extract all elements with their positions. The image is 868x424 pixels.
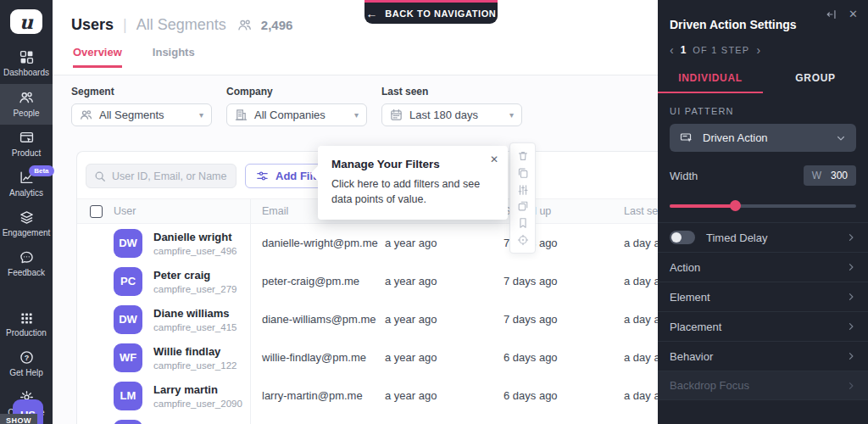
sidebar-item-people[interactable]: People: [0, 84, 53, 125]
search-box: [86, 164, 236, 188]
user-email: willie-findlay@pm.me: [251, 351, 385, 364]
tooltip-close-icon[interactable]: ✕: [490, 153, 498, 165]
bookmark-icon[interactable]: [517, 217, 529, 229]
avatar: MC: [114, 420, 142, 424]
trash-icon[interactable]: [517, 150, 529, 162]
people-count-icon: [237, 18, 252, 32]
sidebar-item-product[interactable]: Product: [0, 125, 53, 165]
setting-row-element[interactable]: Element: [658, 282, 868, 311]
company-dropdown[interactable]: All Companies ▾: [226, 103, 367, 126]
element-toolbar: [509, 142, 536, 254]
tab-overview[interactable]: Overview: [73, 46, 122, 68]
setting-row-behavior[interactable]: Behavior: [658, 341, 868, 371]
ui-pattern-dropdown[interactable]: Driven Action: [670, 124, 856, 152]
title-row: Users | All Segments 2,496: [53, 0, 658, 34]
sidebar-item-feedback[interactable]: Feedback: [0, 244, 53, 284]
tab-group[interactable]: GROUP: [763, 65, 868, 93]
sidebar-item-production[interactable]: Production: [0, 306, 53, 344]
setting-row-timed-delay[interactable]: Timed Delay: [658, 222, 868, 252]
table-row[interactable]: MCMartha cunningham: [77, 415, 658, 424]
filter-company: Company All Companies ▾: [226, 86, 367, 126]
column-header-last-seen: Last seen: [624, 205, 658, 217]
tab-individual[interactable]: INDIVIDUAL: [658, 65, 763, 93]
panel-header-icons: ✕: [826, 8, 858, 20]
sidebar-item-label: Feedback: [8, 268, 45, 277]
avatar: DW: [114, 229, 142, 258]
signed-up: 7 days ago: [504, 275, 624, 287]
search-input[interactable]: [112, 170, 231, 182]
timed-delay-toggle[interactable]: [670, 231, 695, 244]
table-row[interactable]: DWDiane williamscampfire_user_415 diane-…: [77, 300, 658, 338]
filter-segment: Segment All Segments ▾: [71, 86, 212, 126]
analytics-icon: Beta: [19, 170, 34, 185]
filters-tooltip: ✕ Manage Your Filters Click here to add …: [318, 146, 508, 220]
step-next-icon[interactable]: ›: [756, 44, 760, 56]
sidebar-item-get-help[interactable]: ? Get Help: [0, 344, 53, 384]
last-seen: a day ago: [624, 351, 658, 364]
select-all-checkbox[interactable]: [90, 205, 103, 218]
setting-label: Backdrop Focus: [670, 379, 749, 392]
close-panel-icon[interactable]: ✕: [849, 8, 858, 20]
slider-handle[interactable]: [730, 200, 741, 211]
table-row[interactable]: LMLarry martincampfire_user_2090 larry-m…: [77, 377, 658, 415]
dashboards-icon: [19, 50, 34, 64]
copy-icon[interactable]: [517, 167, 529, 179]
step-navigator: ‹ 1 OF 1 STEP ›: [670, 44, 856, 56]
setting-row-action[interactable]: Action: [658, 252, 868, 282]
calendar-icon: [390, 109, 403, 121]
building-icon: [235, 109, 248, 121]
table-row[interactable]: DWDanielle wrightcampfire_user_496 danie…: [77, 224, 658, 262]
duplicate-icon[interactable]: [517, 200, 529, 212]
setting-label: Behavior: [670, 350, 713, 363]
table-row[interactable]: PCPeter craigcampfire_user_279 peter-cra…: [77, 262, 658, 300]
slider-fill: [670, 204, 735, 208]
width-row: Width W 300: [670, 165, 856, 186]
search-icon: [94, 170, 106, 182]
user-email: danielle-wright@pm.me: [251, 237, 385, 249]
column-header-user: User: [114, 199, 251, 223]
width-slider[interactable]: [670, 200, 856, 211]
collapse-panel-icon[interactable]: [826, 8, 837, 20]
setting-row-backdrop-focus[interactable]: Backdrop Focus: [658, 371, 868, 400]
avatar: LM: [114, 382, 142, 410]
last-seen-dropdown[interactable]: Last 180 days ▾: [381, 103, 522, 126]
sidebar-item-analytics[interactable]: Beta Analytics: [0, 165, 53, 204]
sidebar-item-label: Analytics: [9, 188, 43, 198]
sidebar-item-engagement[interactable]: Engagement: [0, 204, 53, 244]
first-seen: a year ago: [385, 389, 504, 402]
user-name: Willie findlay: [153, 345, 236, 358]
width-unit: W: [812, 170, 821, 181]
segment-dropdown[interactable]: All Segments ▾: [71, 103, 212, 126]
sidebar-item-label: People: [13, 109, 39, 118]
settings-sliders-icon[interactable]: [517, 184, 529, 196]
last-seen: a day ago: [624, 313, 658, 326]
target-icon[interactable]: [517, 234, 529, 246]
user-email: peter-craig@pm.me: [251, 275, 385, 287]
main-content: Users | All Segments 2,496 Overview Insi…: [53, 0, 658, 424]
back-to-navigation-button[interactable]: ← BACK TO NAVIGATION: [364, 0, 498, 24]
tooltip-title: Manage Your Filters: [331, 158, 494, 170]
user-name: Peter craig: [153, 269, 236, 282]
last-seen: a day ago: [624, 237, 658, 249]
chevron-right-icon: [846, 351, 856, 361]
dropdown-value: All Segments: [99, 109, 164, 121]
signed-up: 6 days ago: [504, 351, 624, 364]
app-logo[interactable]: u: [10, 9, 42, 34]
step-prev-icon[interactable]: ‹: [670, 44, 674, 56]
user-count: 2,496: [261, 18, 293, 32]
tooltip-body: Click here to add filters and see data p…: [331, 177, 491, 207]
table-row[interactable]: WFWillie findlaycampfire_user_122 willie…: [77, 338, 658, 377]
sidebar-item-dashboards[interactable]: Dashboards: [0, 44, 53, 84]
width-value-input[interactable]: W 300: [804, 165, 856, 186]
panel-tabs: INDIVIDUAL GROUP: [658, 65, 868, 93]
sidebar-item-label: Engagement: [3, 228, 51, 237]
setting-row-placement[interactable]: Placement: [658, 311, 868, 341]
tab-insights[interactable]: Insights: [153, 46, 195, 68]
chevron-right-icon: [846, 232, 856, 243]
sliders-icon: [256, 170, 269, 182]
setting-label: Element: [670, 291, 710, 304]
user-name: Danielle wright: [153, 231, 236, 243]
ui-pattern-label: UI PATTERN: [670, 106, 856, 116]
user-id: campfire_user_122: [153, 360, 236, 371]
last-seen: a day ago: [624, 275, 658, 287]
